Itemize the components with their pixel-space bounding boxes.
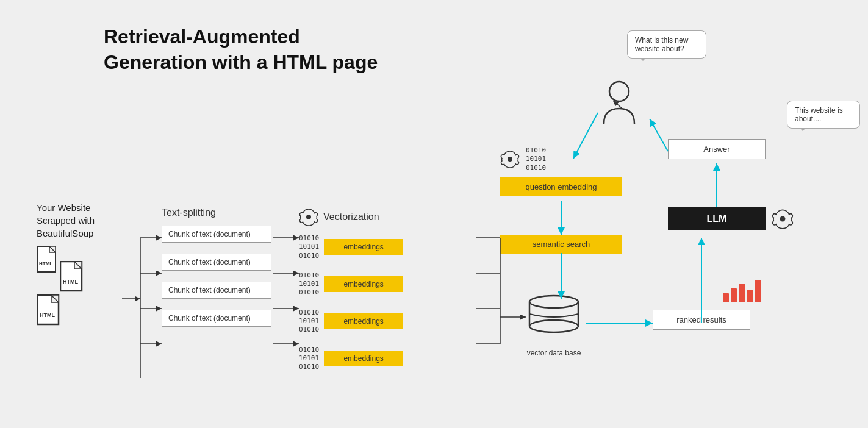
- source-label: Your WebsiteScrapped withBeautifulSoup: [37, 201, 116, 240]
- chunk-3: Chunk of text (document): [162, 282, 271, 299]
- openai-icon-question: [500, 149, 520, 169]
- openai-icon-vectorization: [299, 207, 318, 227]
- svg-point-15: [529, 320, 578, 332]
- chunk-1: Chunk of text (document): [162, 226, 271, 243]
- svg-point-12: [529, 296, 578, 308]
- chunk-2: Chunk of text (document): [162, 254, 271, 271]
- svg-point-10: [306, 215, 311, 219]
- semantic-search-box: semantic search: [500, 235, 622, 254]
- question-embedding-box: question embedding: [500, 177, 622, 196]
- ranked-results-box: ranked results: [653, 310, 750, 330]
- bar-chart-icon: [723, 277, 761, 302]
- text-split-section: Text-splitting Chunk of text (document) …: [162, 207, 271, 338]
- vector-db-section: vector data base: [523, 293, 584, 357]
- html-file-1: HTML: [37, 246, 61, 276]
- embed-row-3: 010101010101010 embeddings: [299, 309, 403, 335]
- text-split-label: Text-splitting: [162, 207, 271, 218]
- svg-point-16: [780, 216, 786, 222]
- embed-row-1: 010101010101010 embeddings: [299, 234, 403, 260]
- embed-row-2: 010101010101010 embeddings: [299, 271, 403, 298]
- svg-text:HTML: HTML: [39, 261, 52, 266]
- html-files: HTML HTML HTML: [37, 246, 116, 343]
- semantic-search-section: semantic search: [500, 235, 622, 254]
- svg-point-0: [609, 82, 629, 101]
- embedding-2: embeddings: [324, 276, 403, 292]
- svg-line-38: [650, 119, 668, 151]
- database-icon: [523, 293, 584, 341]
- chunk-4: Chunk of text (document): [162, 310, 271, 327]
- answer-bubble: This website is about....: [787, 101, 860, 129]
- html-file-2: HTML: [60, 261, 88, 295]
- svg-point-11: [508, 157, 512, 162]
- diagram-container: Retrieval-Augmented Generation with a HT…: [0, 0, 868, 428]
- user-icon: [598, 78, 640, 129]
- embedding-1: embeddings: [324, 239, 403, 255]
- bar-chart-section: [723, 277, 761, 302]
- answer-box: Answer: [668, 139, 766, 159]
- vector-db-label: vector data base: [523, 349, 584, 357]
- llm-box: LLM: [668, 207, 766, 230]
- ranked-results-section: ranked results: [653, 310, 750, 330]
- vectorization-header: Vectorization: [299, 207, 403, 227]
- vectorization-label: Vectorization: [323, 212, 379, 223]
- svg-text:HTML: HTML: [63, 279, 78, 285]
- openai-icon-llm: [772, 208, 794, 230]
- answer-section: Answer: [668, 139, 766, 159]
- question-embed-section: 010101010101010 question embedding: [500, 146, 622, 196]
- question-bubble: What is this new website about?: [627, 30, 706, 59]
- title-line1: Retrieval-Augmented: [104, 26, 300, 48]
- html-file-3: HTML: [37, 294, 65, 329]
- llm-section: LLM: [668, 207, 794, 230]
- source-section: Your WebsiteScrapped withBeautifulSoup H…: [37, 201, 116, 343]
- vectorization-section: Vectorization 010101010101010 embeddings…: [299, 207, 403, 383]
- page-title: Retrieval-Augmented Generation with a HT…: [104, 24, 378, 75]
- title-line2: Generation with a HTML page: [104, 51, 378, 73]
- embed-row-4: 010101010101010 embeddings: [299, 346, 403, 372]
- embedding-3: embeddings: [324, 313, 403, 329]
- svg-text:HTML: HTML: [40, 312, 55, 318]
- embedding-4: embeddings: [324, 351, 403, 366]
